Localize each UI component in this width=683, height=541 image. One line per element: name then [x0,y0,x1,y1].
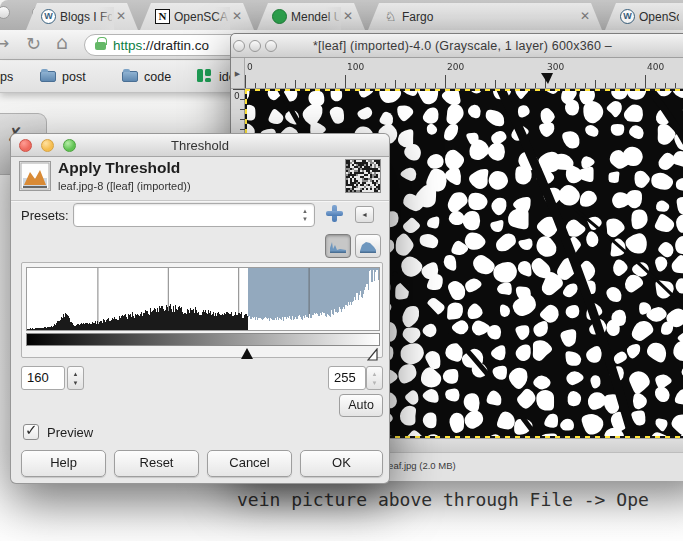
low-threshold-stepper[interactable]: ▲▼ [67,366,84,390]
tab-openscad[interactable]: W OpenScad [605,3,683,30]
layer-boundary-top [245,89,683,91]
high-threshold-input[interactable]: 255 [328,366,366,390]
tab-fargo[interactable]: ♘ Fargo ✕ [368,3,602,30]
gimp-window-title: *[leaf] (imported)-4.0 (Grayscale, 1 lay… [313,39,612,53]
separator [11,200,389,201]
gimp-title-bar[interactable]: *[leaf] (imported)-4.0 (Grayscale, 1 lay… [231,34,683,58]
low-threshold-input[interactable]: 160 [21,366,65,390]
histogram-plot [26,267,380,331]
threshold-gradient-bar[interactable] [26,333,380,346]
page-body-text: vein picture above through File -> Ope [237,489,649,510]
ideas-grid-icon [197,69,212,84]
histogram-panel [21,262,383,358]
browser-tab-strip: W Blogs I Follow | W ✕ N OpenSCAD – Do ✕… [0,0,683,30]
plus-icon [326,211,343,216]
high-threshold-stepper[interactable]: ▲▼ [366,366,383,390]
close-icon[interactable]: ✕ [580,10,590,23]
wordpress-icon: W [41,9,56,24]
tab-label-fade [98,7,114,30]
tab-blogs[interactable]: W Blogs I Follow | W ✕ [26,3,138,30]
checkmark-icon: ✓ [25,421,38,439]
preview-checkbox[interactable]: ✓ [23,424,39,440]
dialog-title-bar[interactable]: Threshold [11,134,389,157]
presets-combobox[interactable]: ▲▼ [73,203,315,227]
image-thumbnail [345,159,381,193]
dialog-heading: Apply Threshold [58,159,180,177]
tab-label: Fargo [402,10,576,24]
linear-histogram-button[interactable] [325,234,351,258]
tab-openscad-doc[interactable]: N OpenSCAD – Do ✕ [140,3,254,30]
tab-mendel[interactable]: Mendel User Mar ✕ [257,3,365,30]
dialog-title: Threshold [11,138,389,153]
forward-icon[interactable]: → [0,33,9,53]
presets-menu-button[interactable]: ◄ [355,206,374,223]
ok-button[interactable]: OK [300,450,383,477]
reload-icon[interactable]: ↻ [26,33,41,54]
logarithmic-histogram-button[interactable] [355,234,381,258]
threshold-dialog: Threshold Apply Threshold leaf.jpg-8 ([l… [10,133,390,484]
tab-label: OpenScad [639,10,679,24]
close-icon[interactable]: ✕ [232,10,242,23]
wordpress-icon: W [620,9,635,24]
lock-icon [95,42,106,50]
folder-icon [40,71,56,82]
logarithmic-histogram-icon [360,241,376,253]
cancel-button[interactable]: Cancel [207,450,292,477]
add-preset-button[interactable] [324,203,346,225]
window-zoom-icon[interactable] [265,40,277,52]
spinner-arrows-icon[interactable]: ▲▼ [302,207,308,223]
screen: W Blogs I Follow | W ✕ N OpenSCAD – Do ✕… [0,0,683,541]
green-dot-icon [272,9,287,24]
tab-label-fade [214,7,230,30]
home-icon[interactable]: ⌂ [56,31,68,53]
high-threshold-slider[interactable] [367,347,378,365]
url-rest: ://draftin.co [142,38,209,53]
close-icon[interactable]: ✕ [116,10,126,23]
dialog-subtitle: leaf.jpg-8 ([leaf] (imported)) [58,180,191,192]
fargo-horse-icon: ♘ [383,9,398,24]
threshold-tool-icon [19,161,51,191]
presets-label: Presets: [21,208,69,223]
low-threshold-slider[interactable] [241,348,253,359]
linear-histogram-icon [330,241,346,253]
url-scheme: https [113,38,142,53]
status-filename: leaf.jpg (2.0 MB) [386,460,456,471]
window-minimize-icon[interactable] [249,40,261,52]
url-text: https://draftin.co [113,38,209,53]
horizontal-ruler [245,58,683,89]
letter-n-icon: N [155,9,170,24]
close-icon[interactable]: ✕ [343,10,353,23]
help-button[interactable]: Help [21,450,106,477]
menu-arrow-icon: ▶ [235,70,240,77]
window-control-icon[interactable] [0,6,10,19]
tab-label-fade [325,7,341,30]
window-close-icon[interactable] [233,40,245,52]
folder-icon [122,71,138,82]
preview-label: Preview [47,425,93,440]
reset-button[interactable]: Reset [114,450,199,477]
ruler-corner-menu-button[interactable]: ▶ [231,58,245,89]
auto-button[interactable]: Auto [339,394,383,417]
